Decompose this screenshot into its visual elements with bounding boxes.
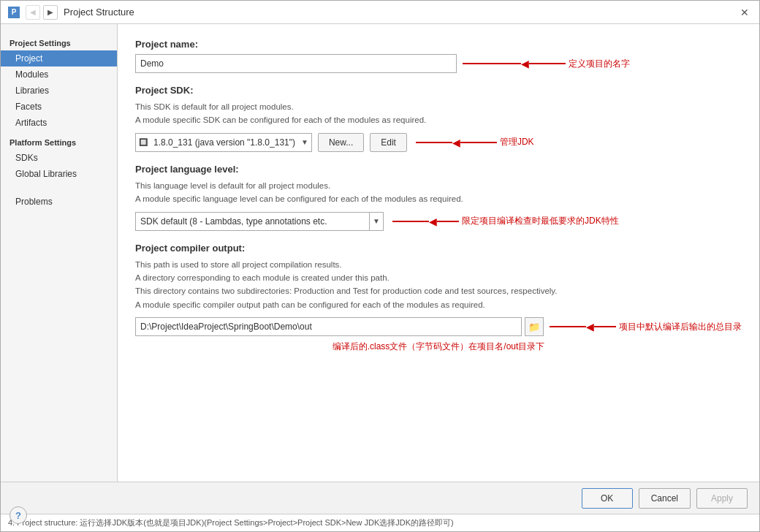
- main-content: Project name: ◀ 定义项目的名字 Project SDK: Thi…: [118, 24, 759, 482]
- sdk-edit-button[interactable]: Edit: [370, 133, 407, 152]
- bottom-bar: 4. Project structure: 运行选择JDK版本(也就是项目JDK…: [1, 514, 759, 531]
- ok-button[interactable]: OK: [582, 488, 633, 509]
- project-sdk-desc: This SDK is default for all project modu…: [135, 100, 742, 127]
- compiler-output-input[interactable]: [135, 317, 522, 336]
- compiler-output-note: 编译后的.class文件（字节码文件）在项目名/out目录下: [135, 341, 742, 353]
- compiler-output-desc: This path is used to store all project c…: [135, 258, 742, 312]
- title-bar: P ◀ ▶ Project Structure ✕: [1, 1, 759, 24]
- sdk-new-button[interactable]: New...: [318, 133, 364, 152]
- close-button[interactable]: ✕: [737, 5, 752, 20]
- lang-value: SDK default (8 - Lambdas, type annotatio…: [136, 215, 369, 228]
- project-name-label: Project name:: [135, 39, 742, 50]
- platform-settings-section: Platform Settings: [1, 134, 117, 150]
- sdk-value: 1.8.0_131 (java version "1.8.0_131"): [151, 136, 298, 149]
- title-bar-left: P ◀ ▶ Project Structure: [8, 5, 134, 20]
- cancel-button[interactable]: Cancel: [639, 488, 691, 509]
- compiler-output-annotation: 项目中默认编译后输出的总目录: [619, 321, 742, 333]
- app-icon: P: [8, 7, 20, 18]
- project-lang-desc: This language level is default for all p…: [135, 179, 742, 206]
- dialog-title: Project Structure: [64, 7, 134, 18]
- compiler-output-label: Project compiler output:: [135, 243, 742, 254]
- sidebar-item-modules[interactable]: Modules: [1, 66, 117, 83]
- apply-button[interactable]: Apply: [696, 488, 748, 509]
- project-structure-dialog: P ◀ ▶ Project Structure ✕ Project Settin…: [0, 0, 760, 532]
- project-sdk-label: Project SDK:: [135, 85, 742, 96]
- sidebar-item-facets[interactable]: Facets: [1, 99, 117, 115]
- sdk-icon: 🔲: [136, 137, 151, 148]
- help-button[interactable]: ?: [10, 506, 27, 524]
- bottom-bar-text: 4. Project structure: 运行选择JDK版本(也就是项目JDK…: [8, 517, 454, 528]
- compiler-output-row: 📁 ◀ 项目中默认编译后输出的总目录: [135, 317, 742, 336]
- back-button[interactable]: ◀: [26, 5, 40, 20]
- project-settings-section: Project Settings: [1, 34, 117, 50]
- sdk-annotation: 管理JDK: [500, 136, 534, 148]
- sdk-dropdown-arrow[interactable]: ▼: [298, 137, 311, 148]
- sdk-selector[interactable]: 🔲 1.8.0_131 (java version "1.8.0_131") ▼: [135, 133, 312, 152]
- title-nav: ◀ ▶: [26, 5, 58, 20]
- sidebar: Project Settings Project Modules Librari…: [1, 24, 118, 482]
- sidebar-item-artifacts[interactable]: Artifacts: [1, 115, 117, 131]
- sidebar-item-global-libraries[interactable]: Global Libraries: [1, 166, 117, 182]
- project-lang-label: Project language level:: [135, 164, 742, 175]
- lang-annotation: 限定项目编译检查时最低要求的JDK特性: [462, 215, 619, 227]
- browse-folder-button[interactable]: 📁: [525, 317, 544, 336]
- project-name-annotation: 定义项目的名字: [569, 58, 630, 70]
- dialog-body: Project Settings Project Modules Librari…: [1, 24, 759, 482]
- sidebar-item-project[interactable]: Project: [1, 50, 117, 66]
- lang-selector[interactable]: SDK default (8 - Lambdas, type annotatio…: [135, 212, 384, 231]
- project-name-input[interactable]: [135, 54, 457, 73]
- sidebar-item-libraries[interactable]: Libraries: [1, 83, 117, 99]
- dialog-footer: OK Cancel Apply: [1, 482, 759, 514]
- sidebar-item-problems[interactable]: Problems: [1, 194, 117, 210]
- lang-dropdown-arrow[interactable]: ▼: [369, 213, 383, 230]
- forward-button[interactable]: ▶: [43, 5, 58, 20]
- sidebar-item-sdks[interactable]: SDKs: [1, 150, 117, 166]
